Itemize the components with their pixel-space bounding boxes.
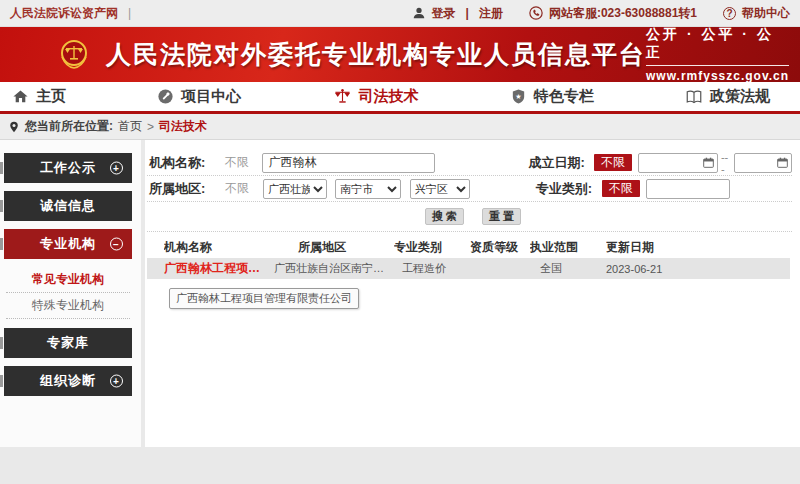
page-title: 人民法院对外委托专业机构专业人员信息平台 [106, 38, 646, 71]
login-link[interactable]: 登录 [432, 5, 456, 22]
form-buttons: 搜 索 重 置 [147, 202, 792, 232]
founded-unlimited-button[interactable]: 不限 [594, 154, 632, 171]
calendar-icon[interactable] [703, 157, 714, 168]
sidebar-item-professional-institutions[interactable]: 专业机构 − [4, 229, 132, 259]
category-input[interactable] [646, 179, 730, 199]
row-category: 工程造价 [394, 261, 470, 276]
founded-date-label: 成立日期: [528, 154, 588, 172]
book-icon [685, 88, 703, 106]
breadcrumb-current: 司法技术 [159, 118, 207, 135]
table-row: 广西翰林工程项目管理有限责任... 广西壮族自治区南宁市兴宁区 工程造价 全国 … [147, 258, 790, 279]
row-updated: 2023-06-21 [606, 263, 790, 275]
nav-tab-policies[interactable]: 政策法规 [685, 87, 770, 106]
date-to-input[interactable] [739, 155, 777, 171]
nav-tab-judicial-technology[interactable]: 司法技术 [333, 87, 419, 106]
customer-service-link[interactable]: 网站客服:023-63088881转1 [549, 5, 697, 22]
org-detail-link[interactable]: 广西翰林工程项目管理有限责任... [164, 260, 274, 277]
topbar-divider: | [128, 6, 131, 20]
col-header-updated: 更新日期 [606, 239, 792, 256]
reset-button[interactable]: 重 置 [482, 208, 521, 225]
masthead: 人民法院对外委托专业机构专业人员信息平台 公开 · 公平 · 公正 www.rm… [0, 27, 800, 82]
content-area: 工作公示 + 诚信信息 专业机构 − 常见专业机构 特殊专业机构 专家库 组织诊… [0, 140, 800, 484]
date-from-input[interactable] [643, 155, 703, 171]
org-name-unlimited-option[interactable]: 不限 [225, 154, 255, 171]
sidebar-item-organization-diagnosis[interactable]: 组织诊断 + [4, 366, 132, 396]
calendar-icon[interactable] [777, 157, 788, 168]
nav-tab-home[interactable]: 主页 [12, 87, 66, 106]
sidebar-item-expert-library[interactable]: 专家库 [4, 328, 132, 358]
date-to-field[interactable] [734, 153, 792, 173]
court-emblem-logo [56, 37, 92, 73]
expand-plus-icon[interactable]: + [110, 375, 123, 388]
main-nav: 主页 项目中心 司法技术 ★ 特色专栏 政策法规 [0, 82, 800, 114]
col-header-region: 所属地区 [274, 239, 394, 256]
location-pin-icon [8, 121, 20, 133]
asset-site-link[interactable]: 人民法院诉讼资产网 [10, 5, 118, 22]
svg-text:★: ★ [515, 93, 521, 101]
region-unlimited-option[interactable]: 不限 [225, 180, 255, 197]
col-header-org-name: 机构名称 [164, 239, 274, 256]
expand-plus-icon[interactable]: + [110, 162, 123, 175]
top-utility-bar: 人民法院诉讼资产网 | 登录 | 注册 网站客服:023-63088881转1 … [0, 0, 800, 27]
user-icon [412, 6, 426, 20]
form-row-1: 机构名称: 不限 成立日期: 不限 --- [147, 150, 792, 176]
nav-tab-special-column[interactable]: ★ 特色专栏 [510, 87, 594, 106]
login-register-divider: | [466, 6, 469, 20]
project-icon [157, 88, 174, 105]
form-row-2: 所属地区: 不限 广西壮族自治区 南宁市 兴宁区 专业类别: 不限 [147, 176, 792, 202]
col-header-scope: 执业范围 [530, 239, 606, 256]
date-range-separator: --- [721, 151, 731, 175]
shield-icon: ★ [510, 88, 527, 105]
sidebar-subitem-special-institutions[interactable]: 特殊专业机构 [6, 293, 130, 319]
sidebar-item-work-publicity[interactable]: 工作公示 + [4, 153, 132, 183]
help-icon: ? [723, 7, 736, 20]
date-from-field[interactable] [638, 153, 718, 173]
table-header-row: 机构名称 所属地区 专业类别 资质等级 执业范围 更新日期 [147, 236, 792, 258]
home-icon [12, 88, 29, 105]
city-select[interactable]: 南宁市 [335, 179, 401, 199]
help-center-link[interactable]: 帮助中心 [742, 5, 790, 22]
org-name-input[interactable] [262, 153, 435, 173]
breadcrumb-home-link[interactable]: 首页 [118, 118, 142, 135]
slogan: 公开 · 公平 · 公正 [646, 26, 789, 66]
results-table: 机构名称 所属地区 专业类别 资质等级 执业范围 更新日期 广西翰林工程项目管理… [147, 236, 792, 279]
collapse-minus-icon[interactable]: − [110, 238, 123, 251]
org-name-tooltip: 广西翰林工程项目管理有限责任公司 [169, 288, 359, 309]
sidebar-item-integrity-info[interactable]: 诚信信息 [4, 191, 132, 221]
row-scope: 全国 [530, 261, 606, 276]
main-panel: 机构名称: 不限 成立日期: 不限 --- [145, 140, 800, 447]
breadcrumb-separator: > [147, 120, 154, 134]
province-select[interactable]: 广西壮族自治区 [263, 179, 327, 199]
site-url: www.rmfysszc.gov.cn [646, 69, 789, 83]
nav-tab-project-center[interactable]: 项目中心 [157, 87, 241, 106]
category-unlimited-button[interactable]: 不限 [602, 180, 640, 197]
phone-icon [529, 6, 543, 20]
col-header-grade: 资质等级 [470, 239, 530, 256]
row-region: 广西壮族自治区南宁市兴宁区 [274, 261, 394, 276]
register-link[interactable]: 注册 [479, 5, 503, 22]
sidebar-subitem-common-institutions[interactable]: 常见专业机构 [6, 267, 130, 293]
breadcrumb: 您当前所在位置: 首页 > 司法技术 [0, 114, 800, 140]
category-label: 专业类别: [536, 180, 596, 198]
breadcrumb-prefix: 您当前所在位置: [25, 118, 113, 135]
col-header-category: 专业类别 [394, 239, 470, 256]
org-name-label: 机构名称: [149, 154, 211, 172]
scales-icon [333, 87, 352, 106]
region-label: 所属地区: [149, 180, 211, 198]
district-select[interactable]: 兴宁区 [410, 179, 470, 199]
sidebar: 工作公示 + 诚信信息 专业机构 − 常见专业机构 特殊专业机构 专家库 组织诊… [0, 140, 141, 447]
search-button[interactable]: 搜 索 [425, 208, 464, 225]
